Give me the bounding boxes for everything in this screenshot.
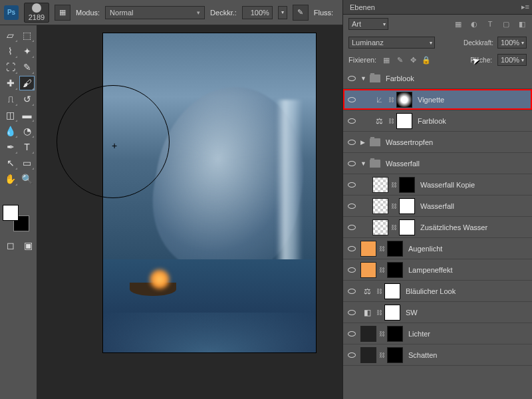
layer-thumb[interactable] bbox=[372, 198, 388, 214]
mask-thumb[interactable] bbox=[387, 262, 403, 278]
blur-tool[interactable]: 💧 bbox=[3, 124, 18, 138]
layer-vignette[interactable]: ⟀⛓Vignette bbox=[343, 89, 532, 110]
layer-sw[interactable]: ◧⛓SW bbox=[343, 302, 532, 323]
panel-tab-layers[interactable]: Ebenen ▸≡ bbox=[343, 0, 532, 15]
visibility-toggle[interactable] bbox=[346, 182, 358, 188]
visibility-toggle[interactable] bbox=[346, 331, 358, 336]
layer-farblook[interactable]: ▼Farblook bbox=[343, 68, 532, 89]
visibility-toggle[interactable] bbox=[346, 118, 358, 124]
link-icon[interactable]: ⛓ bbox=[391, 203, 396, 209]
disclosure-icon[interactable]: ▼ bbox=[360, 75, 367, 82]
filter-pixel-icon[interactable]: ▦ bbox=[454, 19, 463, 29]
lock-transparency-icon[interactable]: ▦ bbox=[382, 55, 391, 65]
history-brush-tool[interactable]: ↺ bbox=[19, 92, 35, 106]
filter-type-icon[interactable]: T bbox=[485, 19, 495, 29]
layer-wasserfall-kopie[interactable]: ⛓Wasserfall Kopie bbox=[343, 174, 532, 196]
brush-preset[interactable]: 2189 bbox=[24, 3, 49, 23]
layer-blendmode-select[interactable]: Luminanz bbox=[348, 37, 435, 49]
layer-thumb[interactable] bbox=[360, 241, 376, 257]
filter-shape-icon[interactable]: ▢ bbox=[501, 19, 511, 29]
layer-thumb[interactable] bbox=[372, 177, 388, 193]
visibility-toggle[interactable] bbox=[346, 289, 358, 294]
blend-mode-select[interactable]: Normal bbox=[105, 6, 205, 19]
visibility-toggle[interactable] bbox=[346, 161, 358, 166]
layer-thumb[interactable] bbox=[360, 262, 376, 278]
layer-wasserfall[interactable]: ⛓Wasserfall bbox=[343, 196, 532, 217]
screenmode-toggle[interactable]: ▣ bbox=[21, 238, 36, 253]
layer-zusätzliches-wasser[interactable]: ⛓Zusätzliches Wasser bbox=[343, 217, 532, 238]
filter-adjust-icon[interactable]: ◐ bbox=[469, 19, 479, 29]
link-icon[interactable]: ⛓ bbox=[379, 267, 384, 273]
visibility-toggle[interactable] bbox=[346, 203, 358, 209]
link-icon[interactable]: ⛓ bbox=[376, 288, 382, 295]
color-swatches[interactable] bbox=[3, 205, 29, 231]
fill-input[interactable]: 100% bbox=[497, 54, 527, 66]
lasso-tool[interactable]: ⌇ bbox=[3, 44, 18, 59]
mask-thumb[interactable] bbox=[387, 241, 403, 257]
link-icon[interactable]: ⛓ bbox=[391, 224, 396, 231]
mask-thumb[interactable] bbox=[396, 113, 412, 129]
panel-menu-icon[interactable]: ▸≡ bbox=[521, 3, 529, 11]
layer-schatten[interactable]: ⛓Schatten bbox=[343, 344, 532, 366]
dodge-tool[interactable]: ◔ bbox=[19, 124, 35, 138]
layer-wassertropfen[interactable]: ▶Wassertropfen bbox=[343, 132, 532, 153]
visibility-toggle[interactable] bbox=[346, 97, 358, 102]
zoom-tool[interactable]: 🔍 bbox=[19, 172, 35, 186]
heal-tool[interactable]: ✚ bbox=[3, 76, 18, 90]
link-icon[interactable]: ⛓ bbox=[388, 118, 394, 124]
layer-thumb[interactable] bbox=[360, 326, 376, 342]
eyedropper-tool[interactable]: ✎ bbox=[19, 60, 35, 74]
eraser-tool[interactable]: ◫ bbox=[3, 108, 18, 122]
hand-tool[interactable]: ✋ bbox=[3, 172, 18, 186]
opacity-input[interactable]: 100% bbox=[242, 6, 273, 19]
visibility-toggle[interactable] bbox=[346, 76, 358, 81]
move-tool[interactable]: ▱ bbox=[3, 28, 18, 43]
quickmask-toggle[interactable]: ◻ bbox=[3, 238, 18, 253]
link-icon[interactable]: ⛓ bbox=[391, 182, 396, 188]
link-icon[interactable]: ⛓ bbox=[379, 352, 384, 358]
lock-all-icon[interactable]: 🔒 bbox=[422, 55, 431, 65]
opacity-stepper[interactable]: ▾ bbox=[278, 6, 287, 19]
layer-wasserfall[interactable]: ▼Wasserfall bbox=[343, 153, 532, 174]
link-icon[interactable]: ⛓ bbox=[379, 245, 384, 252]
lock-position-icon[interactable]: ✥ bbox=[408, 55, 418, 65]
mask-thumb[interactable] bbox=[396, 92, 412, 108]
gradient-tool[interactable]: ▬ bbox=[19, 108, 35, 122]
stamp-tool[interactable]: ⎍ bbox=[3, 92, 18, 106]
pen-tool[interactable]: ✒ bbox=[3, 140, 18, 154]
link-icon[interactable]: ⛓ bbox=[388, 96, 394, 103]
type-tool[interactable]: T bbox=[19, 140, 35, 154]
layer-filter-select[interactable]: Art bbox=[348, 18, 388, 30]
crop-tool[interactable]: ⛶ bbox=[3, 60, 18, 74]
brush-tool[interactable]: 🖌 bbox=[19, 76, 35, 90]
link-icon[interactable]: ⛓ bbox=[379, 331, 384, 337]
link-icon[interactable]: ⛓ bbox=[376, 309, 382, 316]
mask-thumb[interactable] bbox=[399, 198, 415, 214]
layer-opacity-input[interactable]: 100% bbox=[497, 37, 527, 49]
disclosure-icon[interactable]: ▶ bbox=[360, 139, 367, 146]
layer-thumb[interactable] bbox=[372, 219, 388, 235]
brush-panel-toggle[interactable]: ▦ bbox=[55, 5, 70, 21]
disclosure-icon[interactable]: ▼ bbox=[360, 160, 367, 167]
mask-thumb[interactable] bbox=[384, 283, 400, 299]
layer-farblook[interactable]: ⚖⛓Farblook bbox=[343, 110, 532, 132]
pressure-opacity-icon[interactable]: ✎ bbox=[293, 5, 309, 21]
path-tool[interactable]: ↖ bbox=[3, 156, 18, 170]
visibility-toggle[interactable] bbox=[346, 140, 358, 145]
mask-thumb[interactable] bbox=[399, 219, 415, 235]
visibility-toggle[interactable] bbox=[346, 310, 358, 315]
filter-smart-icon[interactable]: ◧ bbox=[517, 19, 527, 29]
lock-pixels-icon[interactable]: ✎ bbox=[395, 55, 404, 65]
layer-augenlicht[interactable]: ⛓Augenlicht bbox=[343, 238, 532, 259]
mask-thumb[interactable] bbox=[384, 305, 400, 321]
foreground-color[interactable] bbox=[3, 205, 19, 221]
layer-lichter[interactable]: ⛓Lichter bbox=[343, 323, 532, 344]
marquee-tool[interactable]: ⬚ bbox=[19, 28, 35, 43]
visibility-toggle[interactable] bbox=[346, 352, 358, 358]
layer-thumb[interactable] bbox=[360, 347, 376, 363]
layer-bläulicher-look[interactable]: ⚖⛓Bläulicher Look bbox=[343, 281, 532, 302]
mask-thumb[interactable] bbox=[387, 326, 403, 342]
visibility-toggle[interactable] bbox=[346, 225, 358, 230]
mask-thumb[interactable] bbox=[399, 177, 415, 193]
visibility-toggle[interactable] bbox=[346, 246, 358, 251]
